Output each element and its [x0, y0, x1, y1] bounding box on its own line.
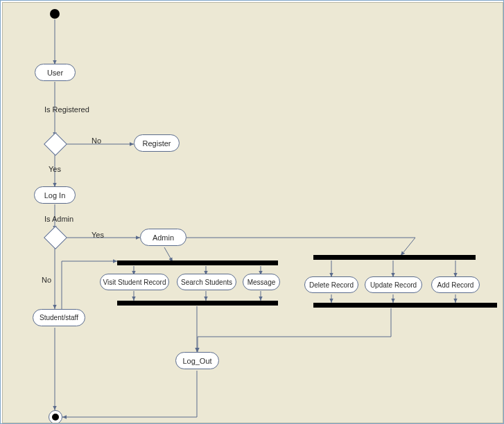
activity-student-staff: Student/staff	[33, 309, 85, 326]
activity-user: User	[35, 64, 76, 81]
edge-label-yes-login: Yes	[49, 165, 61, 173]
activity-message: Message	[243, 274, 280, 290]
activity-diagram-canvas: User Is Registered No Register Yes Log I…	[2, 2, 503, 423]
edge-label-yes-admin: Yes	[92, 231, 104, 239]
decision-is-registered	[44, 132, 67, 156]
join-left	[117, 301, 278, 306]
activity-visit-student-record: Visit Student Record	[100, 274, 169, 290]
activity-login: Log In	[34, 186, 76, 204]
edges-layer	[3, 3, 503, 423]
final-node	[49, 410, 62, 423]
activity-add-record: Add Record	[431, 276, 480, 293]
edge-label-no-register: No	[92, 136, 101, 145]
activity-register: Register	[134, 134, 180, 152]
activity-logout: Log_Out	[175, 352, 219, 369]
initial-node	[50, 9, 60, 19]
guard-is-admin: Is Admin	[44, 215, 73, 223]
activity-admin: Admin	[140, 229, 186, 246]
edge-label-no-student: No	[42, 276, 51, 284]
join-right	[313, 303, 497, 308]
activity-update-record: Update Record	[365, 276, 422, 293]
diagram-frame: User Is Registered No Register Yes Log I…	[0, 0, 504, 424]
decision-is-admin	[44, 226, 67, 249]
guard-is-registered: Is Registered	[44, 105, 89, 114]
activity-search-students: Search Students	[177, 274, 236, 290]
fork-left	[117, 260, 278, 265]
fork-right	[313, 255, 476, 260]
activity-delete-record: Delete Record	[304, 276, 358, 293]
